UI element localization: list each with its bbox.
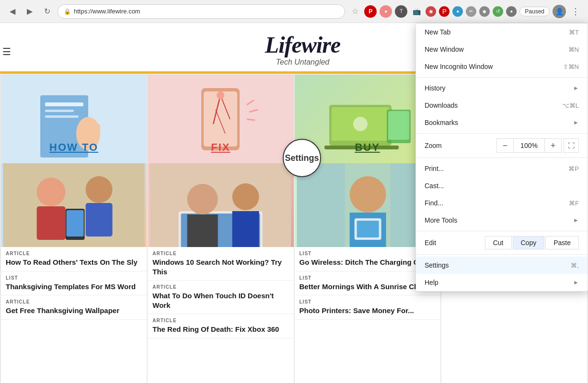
profile-avatar[interactable]: 👤 <box>553 5 566 18</box>
lock-icon: 🔒 <box>64 8 71 15</box>
article-title-9: Photo Printers: Save Money For... <box>300 306 436 315</box>
how-to-header: HOW TO <box>1 75 147 163</box>
menu-divider-1 <box>416 77 588 78</box>
article-type-6: ARTICLE <box>152 318 288 323</box>
ext-icon-7[interactable]: ● <box>506 6 517 17</box>
copy-button[interactable]: Copy <box>513 236 545 249</box>
menu-item-settings[interactable]: Settings ⌘, <box>416 257 588 274</box>
back-button[interactable]: ◀ <box>6 5 19 18</box>
chrome-menu-button[interactable]: ⋮ <box>569 5 582 18</box>
paste-button[interactable]: Paste <box>545 236 579 249</box>
article-card-4[interactable]: ARTICLE Windows 10 Search Not Working? T… <box>148 247 293 281</box>
ext-icon-4[interactable]: ● <box>452 6 463 17</box>
article-type-1: ARTICLE <box>6 251 142 256</box>
url-text: https://www.lifewire.com <box>74 8 140 15</box>
article-card-5[interactable]: ARTICLE What To Do When Touch ID Doesn't… <box>148 281 293 314</box>
svg-rect-41 <box>357 221 379 237</box>
svg-point-9 <box>37 178 66 206</box>
article-thumb-1 <box>1 163 147 247</box>
browser-bar: ◀ ▶ ↻ 🔒 https://www.lifewire.com ☆ P ● T… <box>0 0 588 23</box>
ext-icon-5[interactable]: ✏ <box>466 6 476 17</box>
ext-icon-1[interactable]: ● <box>380 5 392 18</box>
menu-item-more-tools[interactable]: More Tools ► <box>416 212 588 229</box>
svg-rect-14 <box>67 210 84 237</box>
article-title-4: Windows 10 Search Not Working? Try This <box>152 258 288 276</box>
fix-header: FIX <box>148 75 293 163</box>
edit-buttons: Cut Copy Paste <box>485 236 579 249</box>
hamburger-menu[interactable]: ☰ <box>0 45 13 58</box>
menu-item-incognito[interactable]: New Incognito Window ⇧⌘N <box>416 58 588 75</box>
menu-divider-2 <box>416 133 588 134</box>
svg-rect-6 <box>90 119 94 137</box>
zoom-fullscreen-button[interactable]: ⛶ <box>564 138 579 153</box>
pinterest-icon[interactable]: P <box>439 6 450 17</box>
star-icon[interactable]: ☆ <box>349 5 361 18</box>
article-title-6: The Red Ring Of Death: Fix Xbox 360 <box>152 325 288 334</box>
svg-rect-36 <box>388 111 409 140</box>
svg-point-34 <box>353 117 368 131</box>
svg-point-20 <box>217 91 224 99</box>
svg-rect-30 <box>232 211 259 247</box>
svg-rect-3 <box>45 115 79 118</box>
menu-divider-5 <box>416 254 588 255</box>
svg-rect-16 <box>204 91 237 146</box>
svg-line-22 <box>249 110 258 112</box>
fix-label: FIX <box>211 141 230 154</box>
menu-item-find[interactable]: Find... ⌘F <box>416 194 588 212</box>
menu-item-cast[interactable]: Cast... <box>416 177 588 194</box>
article-card-1[interactable]: ARTICLE How To Read Others' Texts On The… <box>1 247 147 271</box>
menu-item-print[interactable]: Print... ⌘P <box>416 160 588 177</box>
url-bar[interactable]: 🔒 https://www.lifewire.com <box>58 4 345 19</box>
sync-icon[interactable]: ↺ <box>493 6 503 17</box>
article-card-9[interactable]: LIST Photo Printers: Save Money For... <box>295 295 440 320</box>
cast-icon[interactable]: 📺 <box>410 5 423 18</box>
zoom-row: Zoom − 100% + ⛶ <box>416 135 588 156</box>
svg-rect-10 <box>37 206 66 240</box>
column-how-to: HOW TO ARTICLE How To Read Others' Texts… <box>1 75 147 383</box>
svg-rect-7 <box>96 124 100 137</box>
pocket-icon[interactable]: P <box>364 5 377 18</box>
menu-item-help[interactable]: Help ► <box>416 274 588 291</box>
menu-item-new-window[interactable]: New Window ⌘N <box>416 41 588 58</box>
ext-icon-6[interactable]: ◆ <box>479 6 490 17</box>
article-card-3[interactable]: ARTICLE Get Free Thanksgiving Wallpaper <box>1 295 147 320</box>
cut-button[interactable]: Cut <box>485 236 512 249</box>
forward-button[interactable]: ▶ <box>23 5 36 18</box>
article-title-5: What To Do When Touch ID Doesn't Work <box>152 291 288 310</box>
menu-item-history[interactable]: History ► <box>416 79 588 97</box>
menu-divider-3 <box>416 158 588 158</box>
svg-rect-12 <box>86 203 113 237</box>
article-title-2: Thanksgiving Templates For MS Word <box>6 282 142 292</box>
article-title-1: How To Read Others' Texts On The Sly <box>6 258 142 267</box>
svg-rect-28 <box>187 214 218 247</box>
article-type-9: LIST <box>300 299 436 304</box>
buy-label: BUY <box>355 141 380 154</box>
browser-icons: ☆ P ● T 📺 ◉ P ● ✏ ◆ ↺ ● Paused 👤 ⋮ <box>349 5 582 18</box>
svg-point-29 <box>232 183 259 210</box>
article-card-6[interactable]: ARTICLE The Red Ring Of Death: Fix Xbox … <box>148 314 293 338</box>
article-type-4: ARTICLE <box>152 251 288 256</box>
menu-item-bookmarks[interactable]: Bookmarks ► <box>416 114 588 131</box>
thumb1-art <box>1 163 147 247</box>
zoom-plus-button[interactable]: + <box>544 138 562 153</box>
article-title-3: Get Free Thanksgiving Wallpaper <box>6 306 142 315</box>
zoom-value: 100% <box>514 138 544 153</box>
settings-circle: Settings <box>283 139 321 177</box>
article-card-2[interactable]: LIST Thanksgiving Templates For MS Word <box>1 271 147 296</box>
svg-rect-2 <box>45 110 74 112</box>
menu-item-downloads[interactable]: Downloads ⌥⌘L <box>416 97 588 114</box>
reload-button[interactable]: ↻ <box>40 5 54 18</box>
article-type-5: ARTICLE <box>152 284 288 290</box>
article-type-2: LIST <box>6 275 142 281</box>
zoom-minus-button[interactable]: − <box>496 138 514 153</box>
svg-point-38 <box>349 176 386 213</box>
svg-point-11 <box>86 176 113 203</box>
svg-point-27 <box>187 184 218 214</box>
chrome-dropdown-menu: New Tab ⌘T New Window ⌘N New Incognito W… <box>415 23 588 292</box>
article-thumb-2 <box>148 163 293 247</box>
menu-item-new-tab[interactable]: New Tab ⌘T <box>416 23 588 41</box>
zoom-controls: − 100% + ⛶ <box>496 138 579 153</box>
thumb2-art <box>148 163 293 247</box>
ext-icon-2[interactable]: T <box>395 5 407 18</box>
ext-icon-3[interactable]: ◉ <box>426 6 436 17</box>
